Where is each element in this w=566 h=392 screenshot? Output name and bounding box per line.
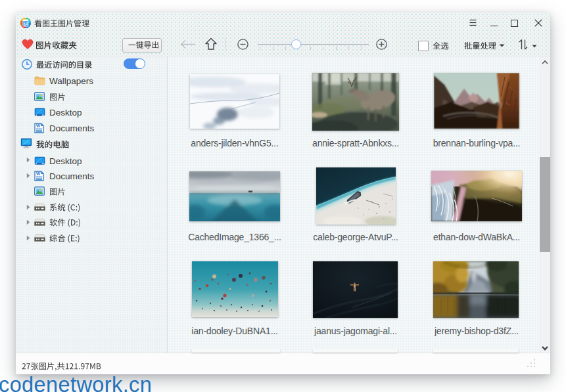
svg-text:W: W (36, 123, 41, 128)
svg-text:W: W (36, 171, 41, 176)
